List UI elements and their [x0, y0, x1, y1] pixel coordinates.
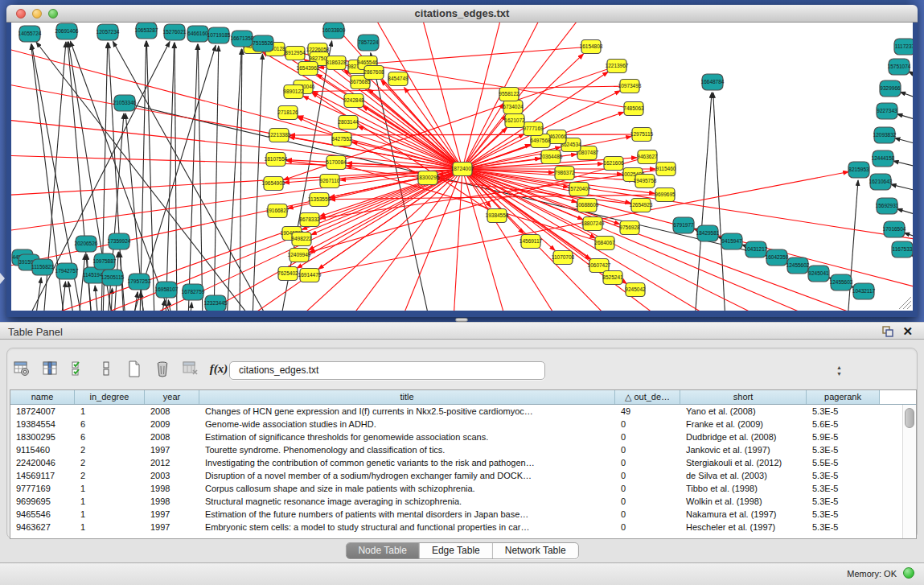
graph-node-14055724[interactable]: 14055724	[18, 26, 42, 42]
table-row[interactable]: 1456911722003Disruption of a novel membe…	[10, 469, 902, 482]
graph-node-12444158[interactable]: 12444158	[872, 150, 895, 167]
graph-node-9242848[interactable]: 9242848	[343, 94, 364, 108]
graph-node-9558122[interactable]: 9558122	[499, 88, 519, 101]
graph-node-10432117[interactable]: 10432117	[852, 283, 876, 299]
graph-node-6791977[interactable]: 6791977	[673, 217, 694, 233]
graph-node-10719185[interactable]: 10719185	[207, 27, 231, 43]
graph-node-1621606[interactable]: 1621606	[603, 157, 624, 171]
graph-node-7485063[interactable]: 7485063	[623, 102, 644, 116]
table-panel-header[interactable]: Table Panel ✕	[0, 322, 924, 340]
graph-node-12409949[interactable]: 12409949	[288, 249, 311, 262]
graph-node-14569117[interactable]: 14569117	[519, 235, 543, 249]
graph-node-17016504[interactable]: 17016504	[883, 221, 906, 237]
graph-node-12213967[interactable]: 12213967	[606, 60, 629, 73]
graph-node-7857224[interactable]: 7857224	[358, 35, 379, 51]
graph-node-12654923[interactable]: 12654923	[630, 199, 653, 212]
graph-node-10688609[interactable]: 10688609	[576, 199, 599, 212]
graph-node-9245041[interactable]: 9245041	[808, 266, 829, 282]
graph-node-15692931[interactable]: 15692931	[876, 198, 899, 214]
graph-node-8912954[interactable]: 8912954	[285, 47, 306, 60]
graph-node-16543962[interactable]: 16543962	[297, 62, 320, 76]
table-row[interactable]: 1938455462009Genome-wide association stu…	[10, 418, 902, 431]
column-header-short[interactable]: short	[680, 390, 807, 404]
graph-node-9415947[interactable]: 9415947	[721, 233, 742, 249]
graph-node-8186328[interactable]: 8186328	[326, 56, 347, 70]
graph-node-2867608[interactable]: 2867608	[363, 66, 384, 80]
graph-node-19384554[interactable]: 19384554	[486, 209, 509, 223]
tab-network-table[interactable]: Network Table	[492, 543, 578, 558]
graph-node-9463627[interactable]: 9463627	[637, 150, 658, 164]
graph-node-9227343[interactable]: 9227343	[877, 103, 897, 119]
table-row[interactable]: 969969511998Structural magnetic resonanc…	[10, 495, 902, 508]
vertical-scrollbar[interactable]	[902, 405, 916, 538]
graph-node-6466160[interactable]: 6466160	[187, 26, 208, 42]
graph-node-7986372[interactable]: 7986372	[554, 167, 575, 180]
graph-node-10973493[interactable]: 10973493	[618, 80, 642, 93]
graph-node-9756928[interactable]: 9756928	[619, 221, 640, 235]
graph-node-16671358[interactable]: 16671358	[231, 31, 254, 47]
network-canvas[interactable]: 1872400718300295193845541456911711070708…	[11, 23, 913, 311]
graph-node-18429581[interactable]: 18429581	[696, 225, 720, 241]
graph-node-11353559[interactable]: 11353559	[308, 193, 331, 207]
graph-node-7515526[interactable]: 7515526	[253, 35, 273, 51]
graph-node-16914479[interactable]: 16914479	[298, 269, 322, 282]
graph-node-5170084[interactable]: 5170084	[326, 156, 347, 170]
new-table-icon[interactable]	[125, 360, 143, 377]
graph-node-20691406[interactable]: 20691406	[55, 23, 79, 39]
graph-node-1117237[interactable]: 1117237	[894, 39, 913, 55]
graph-node-19166827[interactable]: 19166827	[266, 204, 290, 218]
graph-node-16033809[interactable]: 16033809	[322, 23, 346, 39]
table-row[interactable]: 911546021997Tourette syndrome. Phenomeno…	[10, 443, 902, 456]
graph-node-18300295[interactable]: 18300295	[417, 171, 440, 185]
table-settings-icon[interactable]	[13, 360, 31, 377]
graph-node-19654903[interactable]: 19654903	[262, 177, 285, 191]
graph-node-12323445[interactable]: 12323445	[204, 295, 228, 311]
delete-entries-icon[interactable]	[154, 360, 171, 377]
table-row[interactable]: 977716911998Corpus callosum shape and si…	[10, 482, 902, 495]
graph-node-16210643[interactable]: 16210643	[869, 174, 893, 190]
graph-node-16782759[interactable]: 16782759	[182, 284, 205, 300]
graph-node-20364486[interactable]: 20364486	[540, 150, 563, 164]
graph-node-10431217[interactable]: 10431217	[745, 241, 768, 257]
function-builder-icon[interactable]: f(x)	[210, 360, 228, 377]
graph-node-8678332[interactable]: 8678332	[299, 213, 320, 227]
graph-node-2803144[interactable]: 2803144	[338, 116, 359, 130]
graph-node-11156823[interactable]: 11156823	[31, 259, 54, 275]
scrollbar-thumb[interactable]	[905, 408, 914, 428]
graph-node-16648784[interactable]: 16648784	[701, 74, 725, 90]
graph-node-10975887[interactable]: 10975887	[93, 253, 117, 270]
table-row[interactable]: 946362711997Embryonic stem cells: a mode…	[10, 521, 902, 534]
column-header-title[interactable]: title	[199, 390, 615, 404]
graph-node-7625402[interactable]: 7625402	[277, 267, 298, 281]
graph-node-8427552[interactable]: 8427552	[331, 133, 352, 146]
table-row[interactable]: 1830029562008Estimation of significance …	[10, 431, 902, 443]
graph-node-17359924[interactable]: 17359924	[108, 233, 131, 249]
close-panel-icon[interactable]: ✕	[902, 324, 913, 339]
table-row[interactable]: 2242004622012Investigating the contribut…	[10, 456, 902, 469]
graph-node-8525241[interactable]: 8525241	[602, 271, 623, 285]
select-all-icon[interactable]	[69, 360, 87, 377]
graph-node-16154808[interactable]: 16154808	[580, 40, 603, 54]
tab-node-table[interactable]: Node Table	[346, 543, 419, 558]
graph-node-16958107[interactable]: 16958107	[155, 282, 179, 298]
graph-node-9699695[interactable]: 9699695	[655, 188, 676, 202]
graph-node-20206526[interactable]: 20206526	[75, 236, 98, 252]
resize-grip-icon[interactable]	[903, 301, 911, 309]
graph-node-12505115[interactable]: 12505115	[101, 270, 125, 286]
column-header-pagerank[interactable]: pagerank	[807, 390, 880, 404]
rows-icon[interactable]	[97, 360, 115, 377]
graph-node-2684067[interactable]: 2684067	[594, 237, 615, 250]
panel-collapse-arrow[interactable]	[0, 273, 5, 284]
table-row[interactable]: 946554611997Estimation of the future num…	[10, 508, 902, 521]
graph-node-9267110[interactable]: 9267110	[320, 175, 340, 188]
delete-table-icon[interactable]	[182, 360, 199, 377]
graph-node-8454749[interactable]: 8454749	[388, 72, 409, 86]
graph-node-12455602[interactable]: 12455602	[786, 257, 810, 274]
tab-edge-table[interactable]: Edge Table	[419, 543, 492, 558]
graph-node-18107554[interactable]: 18107554	[265, 153, 288, 167]
graph-node-9498222[interactable]: 9498222	[291, 233, 312, 246]
graph-node-9245042[interactable]: 9245042	[625, 283, 646, 297]
graph-node-12975115[interactable]: 12975115	[630, 128, 654, 142]
float-panel-icon[interactable]	[882, 326, 893, 337]
graph-node-15276021[interactable]: 15276021	[163, 24, 187, 40]
